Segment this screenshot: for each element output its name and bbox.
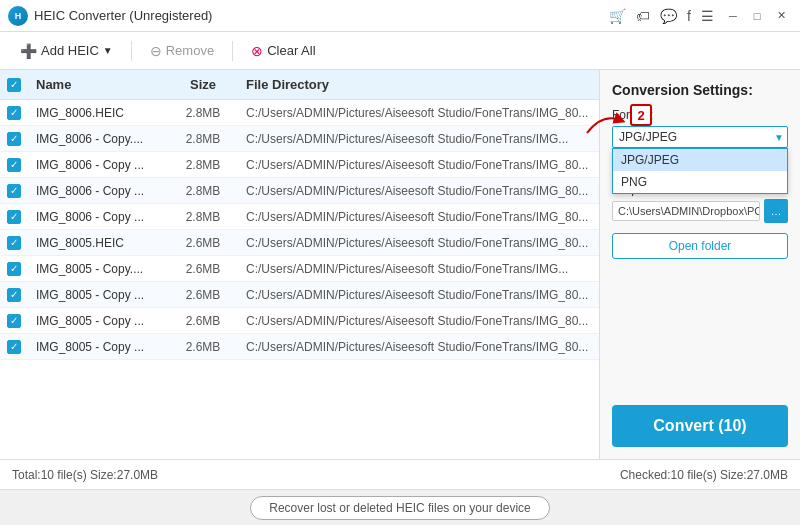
- row-name-4: IMG_8006 - Copy ...: [28, 210, 168, 224]
- row-size-4: 2.8MB: [168, 210, 238, 224]
- maximize-button[interactable]: □: [746, 5, 768, 27]
- recover-link[interactable]: Recover lost or deleted HEIC files on yo…: [250, 496, 549, 520]
- row-size-5: 2.6MB: [168, 236, 238, 250]
- table-header: ✓ Name Size File Directory: [0, 70, 599, 100]
- row-checkbox-4[interactable]: ✓: [0, 210, 28, 224]
- row-name-7: IMG_8005 - Copy ...: [28, 288, 168, 302]
- status-bar: Total:10 file(s) Size:27.0MB Checked:10 …: [0, 459, 800, 489]
- row-size-2: 2.8MB: [168, 158, 238, 172]
- row-dir-5: C:/Users/ADMIN/Pictures/Aiseesoft Studio…: [238, 236, 599, 250]
- row-size-3: 2.8MB: [168, 184, 238, 198]
- main-layout: ✓ Name Size File Directory ✓ IMG_8006.HE…: [0, 70, 800, 459]
- remove-button[interactable]: ⊖ Remove: [140, 39, 224, 63]
- row-checkbox-7[interactable]: ✓: [0, 288, 28, 302]
- row-dir-0: C:/Users/ADMIN/Pictures/Aiseesoft Studio…: [238, 106, 599, 120]
- row-name-3: IMG_8006 - Copy ...: [28, 184, 168, 198]
- convert-button[interactable]: Convert (10): [612, 405, 788, 447]
- file-area: ✓ Name Size File Directory ✓ IMG_8006.HE…: [0, 70, 600, 459]
- format-option-jpg[interactable]: JPG/JPEG: [613, 149, 787, 171]
- title-bar: H HEIC Converter (Unregistered) 🛒 🏷 💬 f …: [0, 0, 800, 32]
- row-checkbox-3[interactable]: ✓: [0, 184, 28, 198]
- row-checkbox-0[interactable]: ✓: [0, 106, 28, 120]
- add-icon: ➕: [20, 43, 37, 59]
- row-name-1: IMG_8006 - Copy....: [28, 132, 168, 146]
- row-name-8: IMG_8005 - Copy ...: [28, 314, 168, 328]
- row-checkbox-9[interactable]: ✓: [0, 340, 28, 354]
- table-row: ✓ IMG_8006 - Copy ... 2.8MB C:/Users/ADM…: [0, 152, 599, 178]
- row-size-7: 2.6MB: [168, 288, 238, 302]
- toolbar: ➕ Add HEIC ▼ ⊖ Remove ⊗ Clear All: [0, 32, 800, 70]
- header-checkbox-col: ✓: [0, 78, 28, 92]
- checked-status: Checked:10 file(s) Size:27.0MB: [620, 468, 788, 482]
- format-field: Format: 2 JPG/JPEG PNG: [612, 108, 788, 148]
- format-option-png[interactable]: PNG: [613, 171, 787, 193]
- row-size-0: 2.8MB: [168, 106, 238, 120]
- close-button[interactable]: ✕: [770, 5, 792, 27]
- cart-icon[interactable]: 🛒: [609, 8, 626, 24]
- row-dir-2: C:/Users/ADMIN/Pictures/Aiseesoft Studio…: [238, 158, 599, 172]
- table-row: ✓ IMG_8005 - Copy.... 2.6MB C:/Users/ADM…: [0, 256, 599, 282]
- dropdown-arrow-icon: ▼: [103, 45, 113, 56]
- window-controls: ─ □ ✕: [722, 5, 792, 27]
- table-row: ✓ IMG_8006 - Copy ... 2.8MB C:/Users/ADM…: [0, 204, 599, 230]
- format-select[interactable]: JPG/JPEG PNG: [612, 126, 788, 148]
- table-row: ✓ IMG_8006 - Copy ... 2.8MB C:/Users/ADM…: [0, 178, 599, 204]
- row-size-6: 2.6MB: [168, 262, 238, 276]
- row-name-9: IMG_8005 - Copy ...: [28, 340, 168, 354]
- row-name-2: IMG_8006 - Copy ...: [28, 158, 168, 172]
- table-body: ✓ IMG_8006.HEIC 2.8MB C:/Users/ADMIN/Pic…: [0, 100, 599, 459]
- open-folder-button[interactable]: Open folder: [612, 233, 788, 259]
- table-row: ✓ IMG_8006.HEIC 2.8MB C:/Users/ADMIN/Pic…: [0, 100, 599, 126]
- app-title: HEIC Converter (Unregistered): [34, 8, 609, 23]
- table-row: ✓ IMG_8006 - Copy.... 2.8MB C:/Users/ADM…: [0, 126, 599, 152]
- clear-icon: ⊗: [251, 43, 263, 59]
- row-dir-7: C:/Users/ADMIN/Pictures/Aiseesoft Studio…: [238, 288, 599, 302]
- panel-title: Conversion Settings:: [612, 82, 788, 98]
- title-bar-icons: 🛒 🏷 💬 f ☰: [609, 8, 714, 24]
- select-all-checkbox[interactable]: ✓: [7, 78, 21, 92]
- row-dir-9: C:/Users/ADMIN/Pictures/Aiseesoft Studio…: [238, 340, 599, 354]
- minimize-button[interactable]: ─: [722, 5, 744, 27]
- table-row: ✓ IMG_8005 - Copy ... 2.6MB C:/Users/ADM…: [0, 282, 599, 308]
- row-dir-8: C:/Users/ADMIN/Pictures/Aiseesoft Studio…: [238, 314, 599, 328]
- row-size-9: 2.6MB: [168, 340, 238, 354]
- chat-icon[interactable]: 💬: [660, 8, 677, 24]
- separator: [131, 41, 132, 61]
- table-row: ✓ IMG_8005 - Copy ... 2.6MB C:/Users/ADM…: [0, 334, 599, 360]
- step-badge-2: 2: [630, 104, 652, 126]
- output-path-display: C:\Users\ADMIN\Dropbox\PC...: [612, 201, 760, 221]
- format-select-wrap: JPG/JPEG PNG ▼ JPG/JPEG PNG: [612, 126, 788, 148]
- clear-all-button[interactable]: ⊗ Clear All: [241, 39, 325, 63]
- tag-icon[interactable]: 🏷: [636, 8, 650, 24]
- header-dir: File Directory: [238, 77, 599, 92]
- format-dropdown: JPG/JPEG PNG: [612, 148, 788, 194]
- separator-2: [232, 41, 233, 61]
- row-checkbox-5[interactable]: ✓: [0, 236, 28, 250]
- row-dir-6: C:/Users/ADMIN/Pictures/Aiseesoft Studio…: [238, 262, 599, 276]
- row-checkbox-6[interactable]: ✓: [0, 262, 28, 276]
- menu-icon[interactable]: ☰: [701, 8, 714, 24]
- row-dir-4: C:/Users/ADMIN/Pictures/Aiseesoft Studio…: [238, 210, 599, 224]
- facebook-icon[interactable]: f: [687, 8, 691, 24]
- row-name-0: IMG_8006.HEIC: [28, 106, 168, 120]
- output-path-row: C:\Users\ADMIN\Dropbox\PC... …: [612, 199, 788, 223]
- header-size: Size: [168, 77, 238, 92]
- app-logo: H: [8, 6, 28, 26]
- browse-output-button[interactable]: …: [764, 199, 788, 223]
- row-checkbox-1[interactable]: ✓: [0, 132, 28, 146]
- row-checkbox-8[interactable]: ✓: [0, 314, 28, 328]
- row-dir-1: C:/Users/ADMIN/Pictures/Aiseesoft Studio…: [238, 132, 599, 146]
- row-name-5: IMG_8005.HEIC: [28, 236, 168, 250]
- row-name-6: IMG_8005 - Copy....: [28, 262, 168, 276]
- table-row: ✓ IMG_8005.HEIC 2.6MB C:/Users/ADMIN/Pic…: [0, 230, 599, 256]
- table-row: ✓ IMG_8005 - Copy ... 2.6MB C:/Users/ADM…: [0, 308, 599, 334]
- row-dir-3: C:/Users/ADMIN/Pictures/Aiseesoft Studio…: [238, 184, 599, 198]
- right-panel: Conversion Settings: Format: 2 JPG/JPEG: [600, 70, 800, 459]
- format-row: 2 JPG/JPEG PNG ▼ JPG/JPEG PNG: [612, 126, 788, 148]
- bottom-bar: Recover lost or deleted HEIC files on yo…: [0, 489, 800, 525]
- add-heic-button[interactable]: ➕ Add HEIC ▼: [10, 39, 123, 63]
- total-status: Total:10 file(s) Size:27.0MB: [12, 468, 158, 482]
- row-size-1: 2.8MB: [168, 132, 238, 146]
- minus-icon: ⊖: [150, 43, 162, 59]
- row-checkbox-2[interactable]: ✓: [0, 158, 28, 172]
